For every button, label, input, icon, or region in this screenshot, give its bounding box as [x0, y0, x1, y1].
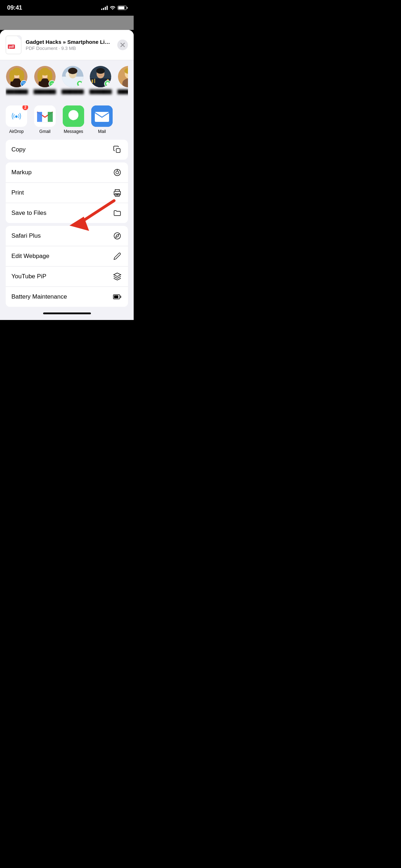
battery-icon	[118, 6, 127, 10]
home-bar	[43, 312, 91, 314]
app-item-messages[interactable]: Messages	[63, 105, 84, 134]
action-list: Copy Markup	[0, 140, 134, 307]
file-meta: PDF Document · 9.3 MB	[26, 46, 113, 51]
svg-point-18	[68, 68, 77, 74]
contact-name-5: ████████	[117, 89, 128, 94]
app-item-gmail[interactable]: Gmail	[34, 105, 56, 134]
battery-maintenance-icon	[112, 292, 122, 302]
contacts-scroll[interactable]: ████████	[6, 66, 128, 97]
svg-point-4	[9, 70, 14, 82]
compass-icon	[112, 231, 122, 241]
action-item-markup[interactable]: Markup	[6, 162, 128, 183]
action-item-copy[interactable]: Copy	[6, 140, 128, 160]
close-icon	[120, 43, 125, 47]
svg-point-59	[114, 233, 120, 239]
contact-avatar-2	[34, 66, 56, 87]
contact-badge-messages	[48, 80, 56, 87]
action-label-markup: Markup	[11, 169, 32, 176]
svg-point-55	[116, 171, 119, 174]
svg-point-24	[96, 68, 105, 74]
contact-badge-airdrop	[20, 80, 27, 87]
signal-icon	[101, 6, 108, 10]
status-icons	[101, 5, 127, 11]
print-icon	[112, 188, 122, 198]
action-label-edit-webpage: Edit Webpage	[11, 253, 49, 260]
action-group-markup-print-save: Markup Print	[6, 162, 128, 223]
svg-point-29	[106, 82, 109, 85]
layers-icon	[112, 272, 122, 281]
action-group-safari-edit-youtube-battery: Safari Plus Edit Webpage YouTube PiP	[6, 226, 128, 307]
file-info: Gadget Hacks » Smartphone Lifehacks, G..…	[26, 39, 113, 51]
status-time: 09:41	[7, 4, 22, 11]
apps-scroll[interactable]: 2 AirDrop	[6, 105, 128, 134]
contact-name-4: ████████	[89, 89, 112, 94]
svg-marker-60	[114, 273, 121, 277]
action-item-print[interactable]: Print	[6, 183, 128, 203]
messages-icon	[63, 105, 84, 127]
action-group-copy: Copy	[6, 140, 128, 160]
gmail-label: Gmail	[39, 129, 50, 134]
action-label-print: Print	[11, 189, 24, 196]
contact-item-2[interactable]: ████████	[34, 66, 56, 94]
svg-point-19	[78, 82, 81, 85]
background-dim	[0, 16, 134, 30]
contact-avatar-1	[6, 66, 27, 87]
action-item-edit-webpage[interactable]: Edit Webpage	[6, 246, 128, 267]
svg-rect-53	[116, 149, 120, 153]
contact-item-1[interactable]: ████████	[6, 66, 28, 94]
airdrop-badge: 2	[22, 105, 29, 111]
contact-item-5[interactable]: ████████	[117, 66, 128, 94]
home-indicator	[0, 310, 134, 320]
pdf-label: pdf	[8, 45, 15, 49]
svg-rect-62	[114, 295, 118, 298]
status-bar: 09:41	[0, 0, 134, 16]
svg-point-39	[16, 116, 17, 118]
contact-avatar-4	[90, 66, 111, 87]
contacts-section: ████████	[0, 60, 134, 100]
action-label-youtube-pip: YouTube PiP	[11, 273, 46, 280]
svg-rect-46	[37, 112, 42, 122]
mail-icon	[91, 105, 113, 127]
action-item-battery-maintenance[interactable]: Battery Maintenance	[6, 287, 128, 307]
markup-icon	[112, 167, 122, 177]
svg-rect-26	[92, 79, 93, 83]
contact-badge-messages-3	[76, 80, 83, 87]
contact-avatar-3	[62, 66, 83, 87]
action-label-safari-plus: Safari Plus	[11, 232, 41, 239]
copy-icon	[112, 145, 122, 155]
mail-label: Mail	[98, 129, 106, 134]
app-item-mail[interactable]: Mail	[91, 105, 113, 134]
messages-label: Messages	[64, 129, 83, 134]
gmail-icon	[34, 105, 56, 127]
svg-rect-47	[48, 112, 53, 122]
action-label-save-to-files: Save to Files	[11, 210, 46, 217]
apps-section: 2 AirDrop	[0, 100, 134, 140]
close-button[interactable]	[117, 40, 128, 50]
svg-marker-20	[79, 85, 81, 86]
svg-rect-27	[94, 79, 95, 83]
svg-rect-58	[116, 195, 118, 195]
action-item-save-to-files[interactable]: Save to Files	[6, 203, 128, 223]
airdrop-label: AirDrop	[9, 129, 24, 134]
pencil-icon	[112, 251, 122, 261]
contact-name-3: ████████	[62, 89, 84, 94]
contact-name-2: ████████	[34, 89, 56, 94]
app-item-airdrop[interactable]: 2 AirDrop	[6, 105, 27, 134]
wifi-icon	[110, 5, 115, 11]
folder-icon	[112, 208, 122, 218]
svg-point-6	[24, 84, 25, 86]
contact-item-3[interactable]: ████████	[62, 66, 84, 94]
svg-marker-30	[107, 85, 108, 86]
action-item-safari-plus[interactable]: Safari Plus	[6, 226, 128, 246]
action-label-battery-maintenance: Battery Maintenance	[11, 293, 67, 300]
pdf-icon: pdf	[6, 36, 21, 54]
contact-item-4[interactable]: ████████	[89, 66, 112, 94]
action-label-copy: Copy	[11, 146, 26, 153]
svg-point-11	[37, 70, 42, 82]
file-preview-header: pdf Gadget Hacks » Smartphone Lifehacks,…	[0, 30, 134, 60]
action-item-youtube-pip[interactable]: YouTube PiP	[6, 267, 128, 287]
share-sheet: pdf Gadget Hacks » Smartphone Lifehacks,…	[0, 30, 134, 320]
file-title: Gadget Hacks » Smartphone Lifehacks, G..…	[26, 39, 111, 45]
svg-point-49	[68, 110, 78, 120]
contact-name-1: ████████	[6, 89, 28, 94]
